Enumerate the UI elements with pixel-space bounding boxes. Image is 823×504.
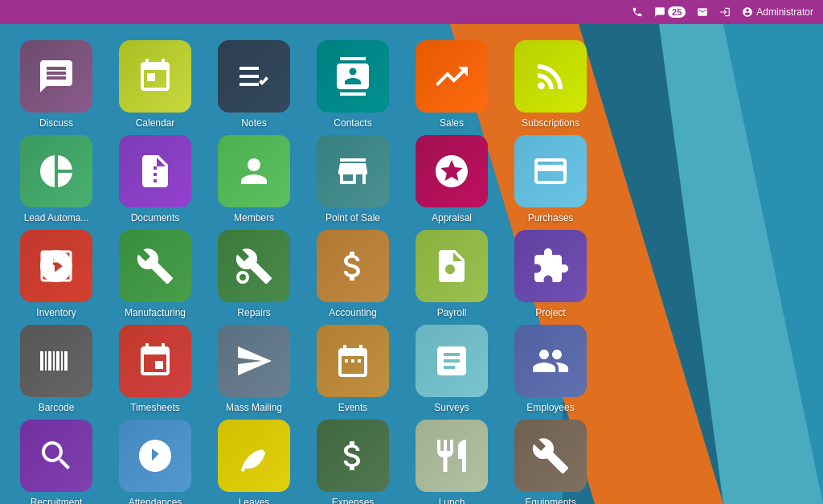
chat-icon[interactable]: 25 [654, 6, 686, 18]
appraisal-icon [416, 135, 488, 207]
accounting-label: Accounting [329, 307, 376, 318]
app-item-surveys[interactable]: Surveys [407, 325, 496, 413]
user-label: Administrator [756, 6, 813, 18]
app-item-leaves[interactable]: Leaves [210, 420, 298, 504]
pos-icon [317, 135, 389, 207]
app-item-accounting[interactable]: Accounting [309, 230, 397, 318]
app-item-repairs[interactable]: Repairs [210, 230, 298, 318]
topbar: 25 Administrator [0, 0, 823, 24]
inventory-icon [20, 230, 92, 302]
app-item-pos[interactable]: Point of Sale [309, 135, 397, 223]
manufacturing-icon [119, 230, 191, 302]
app-launcher: DiscussCalendarNotesContactsSalesSubscri… [0, 24, 823, 504]
equipments-icon [514, 420, 587, 492]
employees-icon [514, 325, 587, 397]
app-item-employees[interactable]: Employees [506, 325, 595, 413]
subscriptions-label: Subscriptions [522, 117, 579, 129]
timesheets-icon [119, 325, 191, 397]
repairs-icon [218, 230, 290, 302]
app-item-members[interactable]: Members [210, 135, 298, 223]
events-label: Events [338, 402, 368, 413]
app-item-attendances[interactable]: Attendances [111, 420, 199, 504]
expenses-icon [317, 420, 389, 492]
app-item-events[interactable]: Events [309, 325, 397, 413]
app-item-purchases[interactable]: Purchases [506, 135, 595, 223]
recruitment-label: Recruitment [31, 497, 83, 504]
subscriptions-icon [514, 40, 587, 113]
phone-icon[interactable] [632, 6, 643, 18]
appraisal-label: Appraisal [432, 212, 472, 223]
user-menu[interactable]: Administrator [742, 6, 813, 18]
mail-icon[interactable] [697, 6, 708, 18]
surveys-icon [416, 325, 488, 397]
manufacturing-label: Manufacturing [125, 307, 186, 318]
surveys-label: Surveys [434, 402, 469, 413]
lunch-label: Lunch [439, 497, 465, 504]
discuss-label: Discuss [39, 117, 73, 129]
recruitment-icon [20, 420, 92, 492]
expenses-label: Expenses [332, 497, 375, 504]
project-label: Project [535, 307, 565, 318]
timesheets-label: Timesheets [130, 402, 180, 413]
barcode-label: Barcode [39, 402, 75, 413]
app-item-discuss[interactable]: Discuss [12, 40, 100, 129]
app-item-payroll[interactable]: Payroll [407, 230, 496, 318]
accounting-icon [317, 230, 389, 302]
app-grid: DiscussCalendarNotesContactsSalesSubscri… [8, 40, 815, 504]
sales-icon [416, 40, 488, 113]
attendances-label: Attendances [129, 497, 182, 504]
login-icon[interactable] [719, 6, 731, 18]
events-icon [317, 325, 389, 397]
app-item-massmailing[interactable]: Mass Mailing [210, 325, 298, 413]
equipments-label: Equipments [525, 497, 575, 504]
app-item-sales[interactable]: Sales [407, 40, 496, 129]
documents-label: Documents [131, 212, 180, 223]
calendar-icon [119, 40, 191, 113]
lunch-icon [416, 420, 488, 492]
purchases-icon [514, 135, 587, 207]
employees-label: Employees [526, 402, 574, 413]
massmailing-icon [218, 325, 290, 397]
lead-icon [20, 135, 92, 207]
app-item-documents[interactable]: Documents [111, 135, 199, 223]
app-item-calendar[interactable]: Calendar [111, 40, 199, 129]
app-item-lunch[interactable]: Lunch [407, 420, 496, 504]
chat-badge: 25 [668, 6, 686, 18]
payroll-icon [416, 230, 488, 302]
notes-icon [218, 40, 290, 113]
massmailing-label: Mass Mailing [226, 402, 282, 413]
app-item-expenses[interactable]: Expenses [309, 420, 397, 504]
app-item-subscriptions[interactable]: Subscriptions [506, 40, 595, 129]
payroll-label: Payroll [437, 307, 467, 318]
app-item-timesheets[interactable]: Timesheets [111, 325, 199, 413]
purchases-label: Purchases [528, 212, 574, 223]
app-item-barcode[interactable]: Barcode [12, 325, 100, 413]
inventory-label: Inventory [36, 307, 76, 318]
calendar-label: Calendar [136, 117, 175, 129]
svg-point-10 [238, 272, 248, 282]
pos-label: Point of Sale [326, 212, 380, 223]
app-item-contacts[interactable]: Contacts [309, 40, 397, 129]
app-item-appraisal[interactable]: Appraisal [407, 135, 496, 223]
members-label: Members [234, 212, 274, 223]
leaves-icon [218, 420, 290, 492]
repairs-label: Repairs [237, 307, 270, 318]
barcode-icon [20, 325, 92, 397]
app-item-lead[interactable]: Lead Automa... [12, 135, 100, 223]
members-icon [218, 135, 290, 207]
documents-icon [119, 135, 191, 207]
notes-label: Notes [241, 117, 266, 129]
app-item-recruitment[interactable]: Recruitment [12, 420, 100, 504]
contacts-icon [317, 40, 389, 113]
app-item-manufacturing[interactable]: Manufacturing [111, 230, 199, 318]
app-item-project[interactable]: Project [506, 230, 595, 318]
app-item-equipments[interactable]: Equipments [506, 420, 595, 504]
attendances-icon [119, 420, 191, 492]
lead-label: Lead Automa... [24, 212, 89, 223]
app-item-inventory[interactable]: Inventory [12, 230, 100, 318]
contacts-label: Contacts [334, 117, 371, 129]
discuss-icon [20, 40, 92, 113]
project-icon [514, 230, 587, 302]
app-item-notes[interactable]: Notes [210, 40, 298, 129]
leaves-label: Leaves [239, 497, 270, 504]
